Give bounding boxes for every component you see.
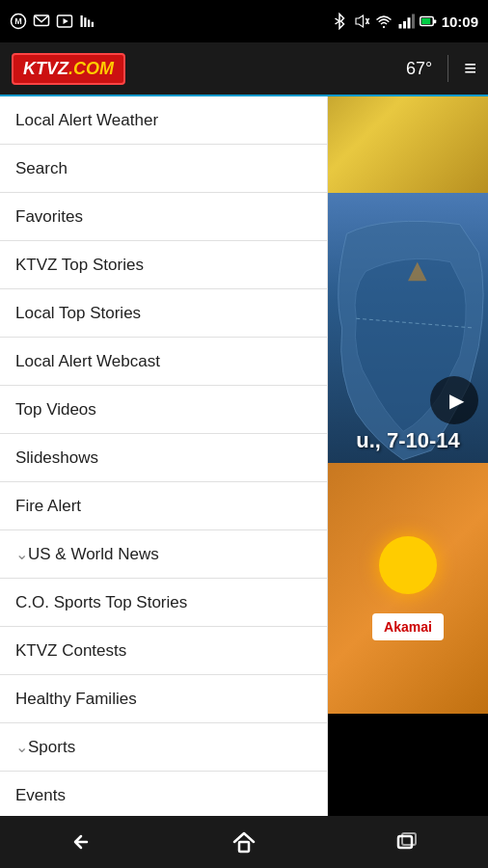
sidebar-item-healthy-families[interactable]: Healthy Families (0, 675, 327, 723)
right-panel: Akamai u., 7-10-14 ▶ (328, 96, 488, 816)
nav-right: 67° ≡ (406, 55, 476, 82)
sidebar-item-label: Sports (28, 738, 312, 757)
back-button[interactable] (52, 816, 110, 868)
sidebar-item-fire-alert[interactable]: Fire Alert (0, 482, 327, 530)
svg-rect-5 (81, 15, 83, 27)
main-content: Local Alert Weather Search Favorites KTV… (0, 96, 488, 816)
svg-marker-4 (64, 18, 68, 24)
sidebar-item-local-top-stories[interactable]: Local Top Stories (0, 289, 327, 338)
sidebar-item-label: Local Alert Webcast (15, 352, 312, 371)
media-icon (56, 13, 73, 30)
status-icons-right: 10:09 (331, 13, 478, 30)
weather-date: u., 7-10-14 (356, 428, 460, 453)
sidebar-item-label: Local Alert Weather (15, 111, 312, 130)
motorola-icon: M (10, 13, 27, 30)
chevron-down-icon: ⌄ (15, 738, 28, 756)
svg-rect-19 (433, 20, 436, 24)
sidebar-item-co-sports-top-stories[interactable]: C.O. Sports Top Stories (0, 579, 327, 627)
status-icons-left: M (10, 13, 96, 30)
svg-rect-20 (421, 18, 430, 24)
sidebar-item-local-alert-weather[interactable]: Local Alert Weather (0, 96, 327, 145)
sidebar-item-label: Search (15, 159, 312, 178)
battery-icon (420, 13, 437, 30)
message-icon (33, 13, 50, 30)
sidebar-item-sports[interactable]: ⌄ Sports (0, 723, 327, 772)
bluetooth-icon (331, 13, 348, 30)
sidebar-item-label: Slideshows (15, 448, 312, 468)
clock: 10:09 (442, 14, 478, 30)
sidebar-item-label: Healthy Families (15, 690, 312, 709)
bottom-advertisement: Akamai (328, 463, 488, 714)
sidebar-item-us-world-news[interactable]: ⌄ US & World News (0, 530, 327, 579)
wifi-icon (375, 13, 393, 30)
sidebar-item-label: Local Top Stories (15, 304, 312, 323)
sun-icon (379, 536, 437, 594)
signal-icon (397, 13, 415, 30)
svg-rect-14 (398, 24, 401, 29)
sidebar-item-label: C.O. Sports Top Stories (15, 593, 312, 612)
temperature-display: 67° (406, 59, 432, 79)
mute-icon (353, 13, 370, 30)
akamai-logo-bottom: Akamai (372, 613, 444, 640)
sidebar-item-events[interactable]: Events (0, 772, 327, 816)
play-button[interactable]: ▶ (430, 376, 478, 424)
svg-rect-7 (88, 20, 90, 28)
sidebar-item-label: Top Videos (15, 400, 312, 420)
weather-overlay: u., 7-10-14 (328, 193, 488, 463)
svg-rect-15 (403, 21, 406, 29)
bars-icon (79, 13, 96, 30)
sidebar-menu: Local Alert Weather Search Favorites KTV… (0, 96, 328, 816)
recents-icon (393, 828, 420, 855)
sidebar-item-top-videos[interactable]: Top Videos (0, 386, 327, 434)
sidebar-item-slideshows[interactable]: Slideshows (0, 434, 327, 482)
svg-marker-11 (356, 15, 364, 27)
sidebar-item-ktvz-top-stories[interactable]: KTVZ Top Stories (0, 241, 327, 289)
menu-button[interactable]: ≡ (464, 56, 476, 81)
bottom-navigation (0, 816, 488, 868)
sidebar-item-label: KTVZ Top Stories (15, 256, 312, 275)
sidebar-item-local-alert-webcast[interactable]: Local Alert Webcast (0, 338, 327, 386)
status-bar: M 10:09 (0, 0, 488, 42)
sidebar-item-label: Events (15, 786, 312, 805)
logo-text: KTVZ.COM (23, 59, 114, 79)
svg-rect-24 (398, 836, 412, 848)
home-button[interactable] (215, 816, 273, 868)
svg-rect-8 (92, 22, 94, 27)
play-icon: ▶ (449, 389, 464, 412)
back-arrow-icon (68, 828, 95, 855)
recents-button[interactable] (378, 816, 436, 868)
sidebar-item-label: Favorites (15, 207, 312, 227)
top-advertisement: Akamai (328, 96, 488, 193)
logo[interactable]: KTVZ.COM (12, 53, 125, 85)
svg-rect-17 (412, 14, 415, 29)
svg-rect-16 (407, 17, 410, 28)
chevron-down-icon: ⌄ (15, 545, 28, 563)
home-icon (230, 828, 258, 855)
weather-map-panel: u., 7-10-14 ▶ (328, 193, 488, 463)
sidebar-item-search[interactable]: Search (0, 145, 327, 193)
sidebar-item-favorites[interactable]: Favorites (0, 193, 327, 241)
nav-divider (447, 55, 448, 82)
svg-text:M: M (14, 16, 22, 26)
svg-rect-23 (239, 842, 249, 852)
sidebar-item-ktvz-contests[interactable]: KTVZ Contests (0, 627, 327, 675)
sidebar-item-label: KTVZ Contests (15, 641, 312, 661)
sidebar-item-label: Fire Alert (15, 497, 312, 516)
svg-rect-6 (84, 17, 86, 27)
top-navigation: KTVZ.COM 67° ≡ (0, 42, 488, 96)
sidebar-item-label: US & World News (28, 545, 312, 564)
